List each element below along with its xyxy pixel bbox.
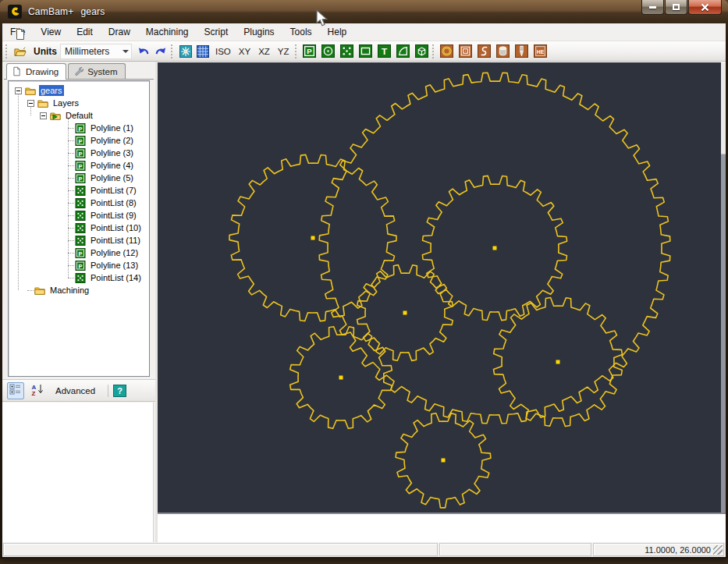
menu-tools[interactable]: Tools — [282, 23, 320, 41]
gear-left-center-point[interactable] — [311, 236, 315, 240]
menu-machining[interactable]: Machining — [138, 23, 197, 41]
menu-draw[interactable]: Draw — [101, 23, 138, 41]
tab-system[interactable]: System — [68, 63, 125, 79]
tree-item-polyline-2[interactable]: PPolyline (2) — [9, 134, 149, 147]
tree-item-polyline-13[interactable]: PPolyline (13) — [9, 259, 149, 271]
menu-view[interactable]: View — [33, 23, 69, 41]
tree-item-polyline-3[interactable]: PPolyline (3) — [9, 147, 149, 159]
panel-tabs: DrawingSystem — [4, 63, 154, 80]
close-button[interactable] — [688, 0, 722, 15]
lathe-op-icon[interactable] — [495, 43, 512, 60]
toolbar-grip[interactable] — [295, 44, 298, 59]
redo-icon[interactable] — [152, 43, 169, 60]
gear-bottom-center-point[interactable] — [442, 459, 446, 463]
menu-help[interactable]: Help — [320, 23, 355, 41]
draw-surface-icon[interactable] — [414, 43, 431, 60]
tree-item-pointlist-7[interactable]: PointList (7) — [9, 184, 149, 197]
tree-connector — [68, 178, 74, 179]
profile-op-icon[interactable] — [439, 43, 456, 60]
pointlist-icon — [75, 273, 86, 283]
tree-item-label: Polyline (1) — [89, 122, 135, 133]
units-combobox[interactable]: Millimeters — [60, 44, 132, 59]
open-file-icon[interactable] — [12, 43, 29, 60]
polyline-icon: P — [75, 248, 86, 258]
tree-connector — [68, 228, 74, 229]
tree-guide-line — [68, 119, 69, 278]
drawing-canvas[interactable] — [158, 62, 726, 513]
new-file-icon[interactable] — [12, 26, 29, 43]
polyline-icon: P — [75, 173, 86, 183]
tree-item-polyline-4[interactable]: PPolyline (4) — [9, 159, 149, 172]
pointlist-icon — [75, 211, 86, 221]
folderActive-icon — [50, 111, 61, 121]
show-grid-icon[interactable] — [194, 43, 211, 60]
menu-edit[interactable]: Edit — [69, 23, 101, 41]
tree-item-label: Polyline (2) — [89, 135, 135, 146]
draw-arc-icon[interactable] — [395, 43, 412, 60]
combo-dropdown-icon[interactable] — [119, 44, 131, 59]
gear-center-shaft-center-point[interactable] — [493, 247, 497, 250]
status-pane-main — [3, 543, 438, 556]
tree-item-machining[interactable]: Machining — [9, 284, 149, 296]
view-yz-button[interactable]: YZ — [274, 44, 293, 59]
drill-op-icon[interactable] — [513, 43, 531, 60]
tree-item-pointlist-11[interactable]: PointList (11) — [9, 234, 149, 247]
toolbar-grip[interactable] — [171, 44, 174, 59]
tree-item-layers[interactable]: Layers — [9, 97, 149, 109]
tree-guide-line — [30, 106, 31, 115]
advanced-label[interactable]: Advanced — [55, 386, 95, 396]
tree-item-polyline-12[interactable]: PPolyline (12) — [9, 247, 149, 259]
toolbar-grip[interactable] — [432, 44, 435, 59]
gear-right-center-point[interactable] — [556, 360, 560, 364]
draw-text-icon[interactable]: T — [376, 43, 393, 60]
tree-item-pointlist-9[interactable]: PointList (9) — [9, 209, 149, 222]
draw-circle-icon[interactable] — [320, 43, 337, 60]
client-area: DrawingSystem gearsLayersDefaultPPolylin… — [2, 62, 726, 542]
title-bar[interactable]: CamBam+ gears — [0, 0, 728, 23]
tree-collapse-toggle[interactable] — [40, 112, 47, 119]
tab-label: System — [87, 67, 117, 76]
show-axes-icon[interactable] — [177, 43, 194, 60]
canvas-column — [155, 62, 726, 542]
tree-item-pointlist-10[interactable]: PointList (10) — [9, 222, 149, 234]
page-icon — [12, 66, 22, 78]
tree-item-gears[interactable]: gears — [9, 84, 149, 97]
view-iso-button[interactable]: ISO — [211, 44, 235, 59]
tree-item-polyline-1[interactable]: PPolyline (1) — [9, 122, 149, 134]
toolbar-grip[interactable] — [5, 44, 9, 59]
drawing-tree-box[interactable]: gearsLayersDefaultPPolyline (1)PPolyline… — [8, 80, 150, 377]
he-op-icon[interactable]: HE — [532, 43, 549, 60]
view-xz-button[interactable]: XZ — [254, 44, 274, 59]
tab-drawing[interactable]: Drawing — [6, 63, 66, 80]
main-toolbar: Units Millimeters ISOXYXZYZ PT HE — [2, 41, 726, 62]
units-value: Millimeters — [65, 46, 109, 57]
pocket-op-icon[interactable] — [457, 43, 474, 60]
maximize-button[interactable] — [665, 0, 687, 15]
categorized-view-button[interactable] — [7, 382, 24, 399]
draw-polyline-icon[interactable]: P — [301, 43, 318, 60]
tree-item-label: PointList (7) — [89, 185, 138, 196]
tree-connector — [68, 278, 74, 278]
tree-connector — [27, 290, 34, 291]
tree-item-pointlist-14[interactable]: PointList (14) — [9, 271, 149, 284]
gear-small-middle-center-point[interactable] — [403, 311, 407, 315]
draw-pointlist-icon[interactable] — [339, 43, 356, 60]
tree-item-default[interactable]: Default — [9, 109, 149, 122]
svg-text:P: P — [78, 150, 82, 157]
property-grid[interactable] — [2, 403, 154, 542]
tree-item-polyline-5[interactable]: PPolyline (5) — [9, 172, 149, 184]
resize-grip[interactable] — [713, 545, 723, 555]
engrave-op-icon[interactable] — [476, 43, 493, 60]
minimize-button[interactable] — [641, 0, 664, 15]
menu-plugins[interactable]: Plugins — [236, 23, 282, 41]
menu-script[interactable]: Script — [197, 23, 236, 41]
tree-item-label: PointList (14) — [89, 272, 143, 283]
property-help-button[interactable]: ? — [113, 385, 126, 397]
undo-icon[interactable] — [135, 43, 152, 60]
draw-rectangle-icon[interactable] — [357, 43, 375, 60]
tree-item-pointlist-8[interactable]: PointList (8) — [9, 197, 149, 209]
gear-bottom-left-center-point[interactable] — [339, 376, 343, 380]
svg-text:Z: Z — [32, 389, 36, 396]
view-xy-button[interactable]: XY — [235, 44, 254, 59]
sort-alphabetical-button[interactable]: AZ — [29, 382, 46, 399]
